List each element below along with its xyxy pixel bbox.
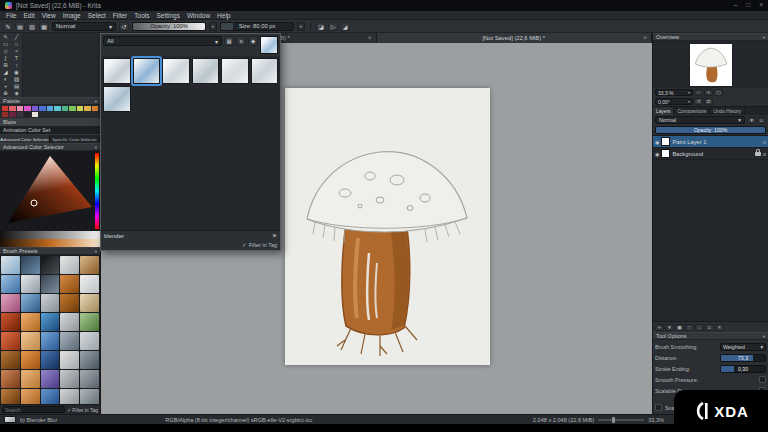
menu-item[interactable]: Filter (110, 12, 130, 19)
color-shade-strip[interactable] (0, 239, 100, 247)
close-icon[interactable]: × (643, 34, 647, 41)
menu-item[interactable]: Settings (153, 12, 183, 19)
size-dropdown-icon[interactable]: ▾ (297, 22, 305, 31)
pattern-tool-icon[interactable]: ▧ (11, 75, 22, 82)
palette-swatch[interactable] (9, 112, 15, 117)
lock-icon[interactable] (755, 152, 761, 156)
choose-brush-preset-icon[interactable]: ▤ (15, 22, 25, 31)
brush-preset-thumb[interactable] (251, 58, 279, 84)
line-tool-icon[interactable]: ╱ (11, 33, 22, 40)
snap-to-assistants-checkbox[interactable] (655, 404, 662, 411)
polygon-tool-icon[interactable]: ◇ (0, 47, 11, 54)
menu-item[interactable]: Edit (20, 12, 37, 19)
menu-item[interactable]: Help (214, 12, 233, 19)
brush-preset-thumb[interactable] (80, 294, 99, 312)
brush-preset-thumb[interactable] (1, 275, 20, 293)
pattern-chooser-icon[interactable]: ▦ (39, 22, 49, 31)
statusbar-zoom-slider[interactable] (598, 419, 644, 421)
brush-preset-thumb[interactable] (21, 294, 40, 312)
color-sampler-tool-icon[interactable]: ◐ (0, 75, 11, 82)
close-button[interactable]: × (759, 2, 763, 9)
maximize-button[interactable]: □ (746, 2, 750, 9)
menu-item[interactable]: View (39, 12, 59, 19)
move-layer-down-button[interactable]: ↓ (695, 324, 704, 331)
brush-preset-thumb[interactable] (80, 332, 99, 350)
assistants-magnetism-icon[interactable]: ◢ (340, 22, 350, 31)
brush-preset-thumb[interactable] (21, 370, 40, 388)
visibility-eye-icon[interactable]: ◉ (655, 151, 659, 157)
add-layer-button[interactable]: + (655, 324, 664, 331)
brush-preset-thumb[interactable] (21, 256, 40, 274)
zoom-spinbox[interactable]: 33,3 % ▾ (655, 89, 693, 96)
brush-preset-thumb[interactable] (60, 294, 79, 312)
docker-tab[interactable]: Undo History (710, 107, 745, 115)
menu-item[interactable]: Tools (131, 12, 152, 19)
reset-rotation-button[interactable]: ↺ (694, 98, 703, 105)
brush-preset-thumb[interactable] (133, 58, 161, 84)
brush-preset-thumb[interactable] (80, 370, 99, 388)
brush-preset-thumb[interactable] (60, 332, 79, 350)
stroke-ending-slider[interactable]: 0,30 (720, 365, 766, 373)
tag-icon[interactable]: ◆ (248, 36, 258, 46)
gradient-chooser-icon[interactable]: ▧ (27, 22, 37, 31)
brush-preset-thumb[interactable] (1, 370, 20, 388)
hsv-triangle[interactable] (0, 151, 96, 231)
freehand-brush-tool-icon[interactable]: ✎ (0, 33, 11, 40)
tab-advanced-color-selector[interactable]: Advanced Color Selector (0, 135, 50, 143)
detail-view-icon[interactable]: ≡ (236, 36, 246, 46)
minimize-button[interactable]: – (734, 2, 738, 9)
brush-preset-thumb[interactable] (80, 351, 99, 369)
rotation-spinbox[interactable]: 0,00° ▾ (655, 98, 693, 105)
brush-size-slider[interactable]: Size: 80.00 px (220, 22, 294, 31)
popup-filter-row[interactable]: ✓ Filter in Tag (101, 240, 280, 250)
brush-preset-thumb[interactable] (21, 313, 40, 331)
brush-preset-thumb[interactable] (60, 256, 79, 274)
brush-preset-thumb[interactable] (21, 332, 40, 350)
layer-opacity-slider[interactable]: Opacity: 100% (655, 126, 766, 134)
polyline-tool-icon[interactable]: ≈ (11, 47, 22, 54)
palette-swatch[interactable] (17, 112, 23, 117)
close-icon[interactable]: × (368, 34, 372, 41)
brush-preset-thumb[interactable] (221, 58, 249, 84)
brush-preset-thumb[interactable] (60, 370, 79, 388)
reload-preset-icon[interactable]: ↺ (119, 22, 129, 31)
brush-preset-thumb[interactable] (60, 275, 79, 293)
brush-preset-thumb[interactable] (41, 389, 60, 404)
distance-slider[interactable]: 73,3 (720, 354, 766, 362)
menu-item[interactable]: Select (85, 12, 109, 19)
palette-swatch[interactable] (24, 112, 30, 117)
brush-preset-thumb[interactable] (41, 332, 60, 350)
assistants-tool-icon[interactable]: ◈ (11, 89, 22, 96)
docker-tab[interactable]: Layers (653, 107, 674, 115)
fill-tool-icon[interactable]: ▤ (11, 82, 22, 89)
brush-preset-thumb[interactable] (1, 294, 20, 312)
brush-preset-thumb[interactable] (80, 389, 99, 404)
brush-preset-thumb[interactable] (1, 351, 20, 369)
menu-item[interactable]: Image (60, 12, 84, 19)
brush-smoothing-select[interactable]: Weighted ▾ (720, 343, 766, 351)
brush-preset-thumb[interactable] (41, 370, 60, 388)
gradient-tool-icon[interactable]: ◉ (11, 68, 22, 75)
chevron-down-icon[interactable]: ▾ (763, 35, 765, 40)
filter-in-tag-checkbox[interactable]: ✓ Filter in Tag (67, 407, 98, 413)
menu-item[interactable]: Window (184, 12, 213, 19)
tab-specific-color-selector[interactable]: Specific Color Selector (50, 135, 100, 143)
overview-preview-area[interactable] (653, 41, 768, 88)
filter-layers-icon[interactable]: ▼ (747, 117, 756, 124)
visibility-eye-icon[interactable]: ◉ (655, 139, 659, 145)
move-layer-up-button[interactable]: ↑ (685, 324, 694, 331)
zoom-out-button[interactable]: − (694, 89, 703, 96)
zoom-in-button[interactable]: + (704, 89, 713, 96)
brush-preset-thumb[interactable] (60, 351, 79, 369)
palette-list-item[interactable]: Animation Color Set (0, 126, 100, 134)
brush-preset-thumb[interactable] (41, 275, 60, 293)
ellipse-tool-icon[interactable]: ○ (11, 40, 22, 47)
brush-preset-thumb[interactable] (103, 86, 131, 112)
move-tool-icon[interactable]: ↕ (11, 61, 22, 68)
opacity-dropdown-icon[interactable]: ▾ (209, 22, 217, 31)
tab-document-2[interactable]: [Not Saved] (22,6 MiB) * × (377, 33, 653, 43)
hue-strip[interactable] (95, 153, 99, 229)
chevron-down-icon[interactable]: ▾ (95, 99, 97, 104)
grid-view-icon[interactable]: ▦ (224, 36, 234, 46)
eraser-mode-icon[interactable]: ◪ (316, 22, 326, 31)
